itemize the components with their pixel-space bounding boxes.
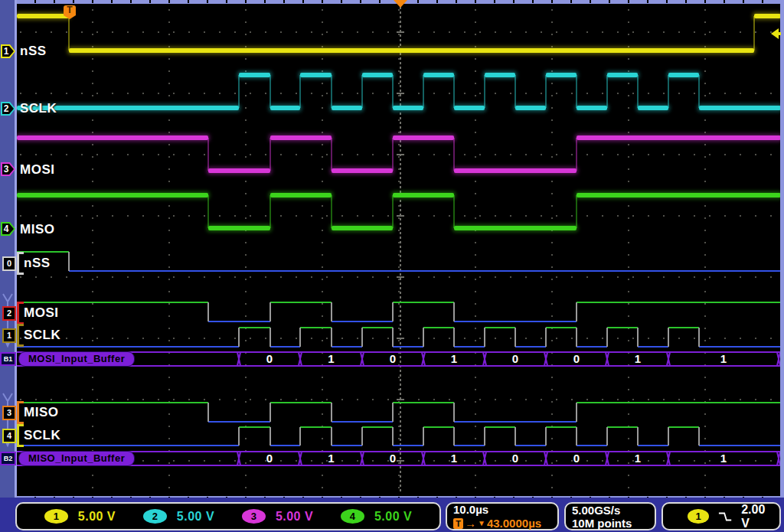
falling-edge-icon <box>718 511 732 522</box>
d2-trace-label: MOSI <box>24 305 58 321</box>
ch1-badge: 1 <box>44 509 68 524</box>
B2-bus-label-pill[interactable]: MISO_Input_Buffer <box>18 451 135 466</box>
d2-marker-bracket <box>17 302 24 325</box>
trigger-t-icon: T <box>453 518 463 529</box>
trigger-delay-readout: T→▼43.0000µs <box>453 517 541 530</box>
d0-marker-bracket <box>17 252 24 275</box>
ch4-badge: 4 <box>341 509 364 524</box>
vertical-scale-readout-box[interactable]: 1 5.00 V 2 5.00 V 3 5.00 V 4 5.00 V <box>15 502 441 530</box>
timebase-scale: 10.0µs <box>453 503 488 516</box>
ch3-badge: 3 <box>242 509 266 524</box>
sample-rate: 5.00GS/s <box>572 504 620 517</box>
B1-bus-marker[interactable]: B1 <box>0 352 16 366</box>
ch4-channel-marker[interactable]: 4 <box>1 222 16 236</box>
delay-arrow-icon: → <box>465 517 476 530</box>
ch3-scale-value: 5.00 V <box>276 510 313 524</box>
oscilloscope-screen: nSSSCLKMOSIMISOnSSMOSISCLKMISOSCLK010100… <box>0 0 784 532</box>
ch2-badge: 2 <box>143 509 167 524</box>
ch3-trace-label: MOSI <box>20 162 54 178</box>
trigger-source-badge: 1 <box>688 509 709 524</box>
ch2-scale-readout[interactable]: 2 5.00 V <box>143 509 214 524</box>
ch4-trace-label: MISO <box>20 222 54 237</box>
ch1-trace-label: nSS <box>20 44 47 59</box>
d1-channel-marker[interactable]: 1 <box>2 328 16 343</box>
trigger-readout-box[interactable]: 1 2.00 V <box>662 502 781 530</box>
ch1-scale-value: 5.00 V <box>78 510 116 524</box>
ch3-marker-number: 3 <box>1 164 11 175</box>
ch3-scale-readout[interactable]: 3 5.00 V <box>242 509 313 524</box>
trigger-level-value: 2.00 V <box>741 503 773 530</box>
d0-channel-marker[interactable]: 0 <box>2 256 16 271</box>
ch1-scale-readout[interactable]: 1 5.00 V <box>44 509 116 524</box>
delay-value: 43.0000µs <box>487 517 541 530</box>
d4-marker-bracket <box>17 424 24 447</box>
ch2-marker-number: 2 <box>1 103 11 114</box>
record-length: 10M points <box>572 517 632 530</box>
delay-marker-icon: ▼ <box>478 519 485 527</box>
ch4-scale-value: 5.00 V <box>374 510 412 524</box>
ch4-scale-readout[interactable]: 4 5.00 V <box>341 509 412 524</box>
B2-bus-marker[interactable]: B2 <box>0 452 16 465</box>
acquisition-readout-box[interactable]: 5.00GS/s 10M points <box>564 502 656 530</box>
ch2-scale-value: 5.00 V <box>177 510 214 524</box>
ch4-marker-number: 4 <box>1 224 11 234</box>
d1-trace-label: SCLK <box>24 328 60 343</box>
trigger-position-marker[interactable] <box>394 0 407 8</box>
d4-trace-label: SCLK <box>24 428 60 443</box>
d1-marker-bracket <box>17 324 24 347</box>
ch1-channel-marker[interactable]: 1 <box>1 44 16 58</box>
timebase-readout-box[interactable]: 10.0µs T→▼43.0000µs <box>446 502 559 530</box>
d4-channel-marker[interactable]: 4 <box>2 429 16 443</box>
B1-bus-label-pill[interactable]: MOSI_Input_Buffer <box>18 351 135 367</box>
ch2-channel-marker[interactable]: 2 <box>1 102 16 116</box>
trigger-level-arrow-tail <box>778 32 781 35</box>
digital-group1-marker-icon <box>1 292 15 353</box>
ch3-channel-marker[interactable]: 3 <box>1 162 16 176</box>
d2-channel-marker[interactable]: 2 <box>2 306 16 321</box>
d3-channel-marker[interactable]: 3 <box>2 406 16 420</box>
ch2-trace-label: SCLK <box>20 101 57 116</box>
d0-trace-label: nSS <box>24 256 51 271</box>
d3-marker-bracket <box>17 401 24 424</box>
channel-marker-column: 123402134B1B2 <box>0 0 784 498</box>
status-bar: 1 5.00 V 2 5.00 V 3 5.00 V 4 5.00 V 10.0… <box>0 498 784 532</box>
digital-group2-marker-icon <box>1 391 15 452</box>
ch1-marker-number: 1 <box>1 46 11 57</box>
d3-trace-label: MISO <box>24 405 58 420</box>
